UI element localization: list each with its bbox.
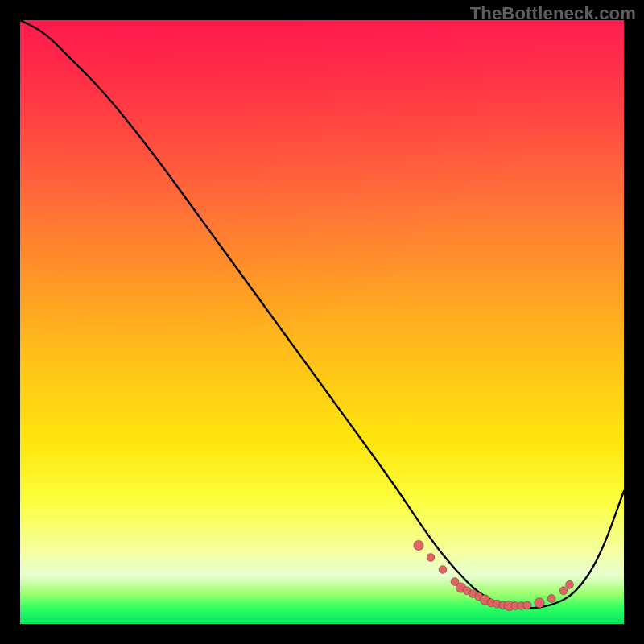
curve-layer: [20, 20, 624, 624]
valley-dot: [547, 595, 555, 603]
chart-stage: TheBottleneck.com: [0, 0, 644, 644]
valley-dot: [523, 601, 531, 609]
watermark-text: TheBottleneck.com: [470, 3, 636, 24]
valley-dot: [414, 540, 423, 550]
plot-area: [20, 20, 624, 624]
valley-dot: [439, 566, 447, 574]
bottleneck-curve: [20, 20, 624, 608]
valley-dot: [559, 587, 568, 595]
valley-dot: [566, 580, 574, 588]
valley-dots: [414, 540, 574, 610]
valley-dot: [427, 554, 435, 562]
valley-dot: [535, 598, 544, 608]
